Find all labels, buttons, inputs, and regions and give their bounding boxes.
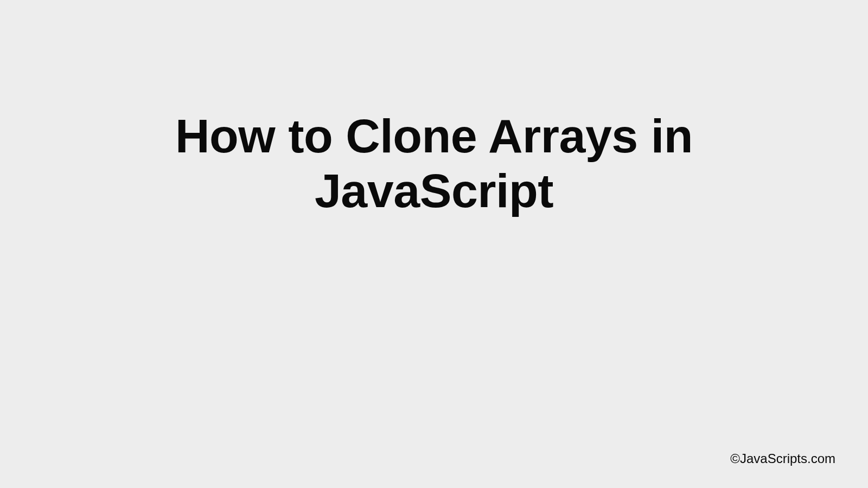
slide-footer: ©JavaScripts.com: [730, 451, 835, 466]
slide-title: How to Clone Arrays in JavaScript: [136, 108, 732, 218]
